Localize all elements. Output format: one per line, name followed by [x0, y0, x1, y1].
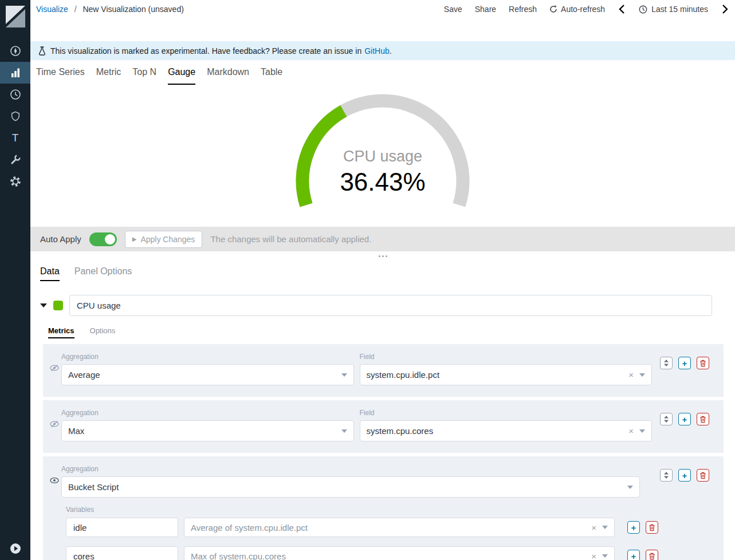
series-color-swatch[interactable] [53, 301, 63, 310]
auto-apply-bar: Auto Apply ▶ Apply Changes The changes w… [30, 227, 735, 251]
apply-changes-button[interactable]: ▶ Apply Changes [125, 231, 203, 248]
save-button[interactable]: Save [444, 5, 462, 14]
top-bar: Visualize / New Visualization (unsaved) … [30, 0, 735, 41]
breadcrumb-current: New Visualization (unsaved) [82, 5, 183, 14]
letter-t-icon: T [12, 132, 19, 144]
share-button[interactable]: Share [475, 5, 496, 14]
add-metric-button[interactable]: + [678, 357, 691, 369]
aggregation-select[interactable]: Average [61, 364, 354, 385]
nav-item-timelion[interactable] [0, 84, 30, 105]
tab-table[interactable]: Table [261, 67, 282, 85]
eye-closed-icon[interactable] [48, 351, 61, 372]
nav-item-monitoring[interactable] [0, 105, 30, 127]
variable-name-input[interactable] [66, 546, 178, 560]
time-range-picker[interactable]: Last 15 minutes [639, 5, 708, 14]
clear-icon[interactable]: × [625, 370, 637, 380]
play-icon: ▶ [132, 236, 137, 242]
field-label: Field [360, 353, 653, 361]
bucket-script-variables: Variables Average of system.cpu.idle.pct… [66, 506, 692, 560]
aggregation-label: Aggregation [61, 465, 640, 473]
tab-time-series[interactable]: Time Series [36, 67, 85, 85]
nav-item-visualize[interactable] [0, 62, 30, 84]
auto-apply-label: Auto Apply [40, 234, 81, 244]
caret-down-icon [341, 373, 347, 377]
reorder-metric-button[interactable] [660, 469, 673, 482]
variables-label: Variables [66, 506, 692, 514]
nav-item-management[interactable] [0, 171, 30, 192]
nav-item-dev-tools[interactable] [0, 149, 30, 171]
tab-gauge[interactable]: Gauge [168, 67, 195, 85]
time-back-button[interactable] [618, 4, 626, 14]
metric-row-buttons: + [660, 351, 717, 369]
eye-closed-icon[interactable] [48, 407, 61, 428]
metric-row-buttons: + [660, 407, 717, 425]
delete-variable-button[interactable] [646, 550, 658, 560]
nav-item-discover[interactable] [0, 40, 30, 62]
field-combo[interactable]: system.cpu.idle.pct × [360, 364, 653, 385]
variable-name-input[interactable] [66, 518, 178, 537]
nav-item-apm[interactable]: T [0, 127, 30, 149]
series-sub-tabs: Metrics Options [48, 326, 735, 338]
field-combo[interactable]: system.cpu.cores × [360, 420, 653, 441]
delete-metric-button[interactable] [697, 469, 709, 482]
kibana-logo-icon [5, 5, 26, 29]
variable-metric-combo[interactable]: Max of system.cpu.cores × [184, 546, 615, 560]
nav-expand-button[interactable] [0, 541, 30, 557]
add-metric-button[interactable]: + [678, 469, 691, 482]
toggle-knob [105, 234, 115, 244]
eye-open-icon[interactable] [48, 463, 61, 484]
reorder-metric-button[interactable] [660, 413, 673, 425]
caret-down-icon [602, 554, 608, 558]
shield-icon [10, 111, 21, 122]
add-variable-button[interactable]: + [627, 550, 640, 560]
gauge-readout: CPU usage 36.43% [291, 148, 474, 196]
auto-apply-note: The changes will be automatically applie… [210, 234, 371, 244]
add-metric-button[interactable]: + [678, 413, 691, 425]
wrench-icon [10, 154, 21, 165]
collapse-caret-icon[interactable] [40, 303, 47, 307]
clear-icon[interactable]: × [625, 426, 637, 436]
auto-apply-toggle[interactable] [89, 232, 117, 246]
tab-metric[interactable]: Metric [96, 67, 121, 85]
delete-metric-button[interactable] [697, 413, 709, 425]
breadcrumb-separator: / [74, 5, 77, 14]
refresh-button[interactable]: Refresh [509, 5, 537, 14]
delete-variable-button[interactable] [646, 521, 658, 534]
play-circle-icon [10, 543, 21, 554]
add-variable-button[interactable]: + [627, 521, 640, 534]
metric-row: Aggregation Max Field system.cpu.cores × [43, 400, 724, 453]
series-editor: Data Panel Options Metrics Options [30, 261, 735, 560]
aggregation-select[interactable]: Bucket Script [61, 476, 640, 498]
series-row [40, 295, 712, 316]
field-label: Field [360, 409, 653, 417]
kibana-logo[interactable] [0, 0, 30, 33]
aggregation-select[interactable]: Max [61, 420, 354, 441]
panel-resizer[interactable] [30, 251, 735, 261]
tab-markdown[interactable]: Markdown [207, 67, 249, 85]
trash-icon [648, 524, 655, 531]
breadcrumb-visualize-link[interactable]: Visualize [36, 5, 68, 14]
tab-panel-options[interactable]: Panel Options [74, 266, 132, 281]
auto-refresh-button[interactable]: Auto-refresh [549, 5, 605, 14]
caret-down-icon [341, 429, 347, 433]
breadcrumb: Visualize / New Visualization (unsaved) [36, 5, 184, 14]
trash-icon [699, 472, 706, 479]
clear-icon[interactable]: × [588, 523, 600, 533]
reorder-metric-button[interactable] [660, 357, 673, 369]
trash-icon [648, 553, 655, 560]
series-label-input[interactable] [69, 295, 712, 316]
metric-row-buttons: + [660, 463, 717, 482]
tab-options[interactable]: Options [90, 326, 116, 338]
tab-metrics[interactable]: Metrics [48, 326, 74, 338]
variable-metric-combo[interactable]: Average of system.cpu.idle.pct × [184, 518, 615, 537]
time-forward-button[interactable] [721, 4, 729, 14]
time-range-label: Last 15 minutes [651, 5, 708, 14]
github-link[interactable]: GitHub [364, 46, 390, 56]
variable-row: Average of system.cpu.idle.pct × + [66, 518, 692, 537]
tab-data[interactable]: Data [40, 266, 60, 281]
clear-icon[interactable]: × [588, 551, 600, 560]
caret-down-icon [639, 373, 645, 377]
tab-top-n[interactable]: Top N [132, 67, 156, 85]
top-actions: Save Share Refresh Auto-refresh [444, 4, 729, 14]
delete-metric-button[interactable] [697, 357, 709, 369]
